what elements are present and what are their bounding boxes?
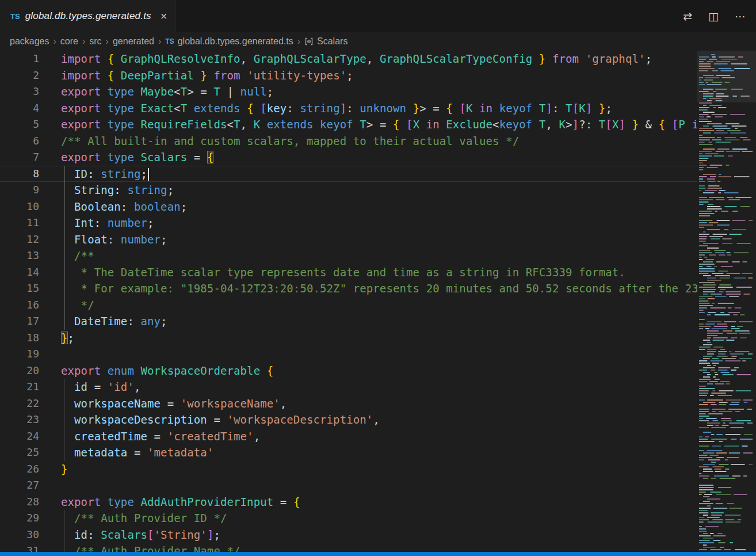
code-text: export enum WorkspaceOrderable { — [39, 363, 273, 379]
code-line-4[interactable]: 4export type Exact<T extends { [key: str… — [0, 100, 697, 117]
token: [ — [459, 102, 466, 115]
code-text: Float: number; — [39, 231, 167, 248]
code-line-9[interactable]: 9 String: string; — [0, 182, 697, 199]
breadcrumb-item-generated[interactable]: generated — [113, 36, 154, 47]
token: T — [532, 118, 545, 131]
code-line-27[interactable]: 27 — [0, 477, 697, 494]
line-number[interactable]: 26 — [0, 461, 39, 478]
breadcrumb-item-global-db-types-generated-ts[interactable]: TSglobal.db.types.generated.ts — [165, 36, 293, 47]
line-number[interactable]: 5 — [0, 116, 39, 133]
line-number[interactable]: 28 — [0, 494, 39, 511]
token: } — [599, 102, 606, 115]
token: * For example: "1985-04-12T23:20:50.52Z"… — [61, 282, 697, 295]
code-line-21[interactable]: 21 id = 'id', — [0, 379, 697, 395]
token: > = — [419, 102, 446, 115]
code-line-26[interactable]: 26} — [0, 461, 697, 478]
code-line-6[interactable]: 6/** All built-in and custom scalars, ma… — [0, 133, 697, 150]
code-line-20[interactable]: 20export enum WorkspaceOrderable { — [0, 363, 697, 379]
token — [406, 102, 413, 115]
code-line-29[interactable]: 29 /** Auth Provider ID */ — [0, 510, 697, 527]
split-editor-icon[interactable]: ◫ — [708, 11, 719, 22]
code-text: export type Scalars = { — [39, 149, 213, 166]
code-line-25[interactable]: 25 metadata = 'metadata' — [0, 444, 697, 461]
line-number[interactable]: 18 — [0, 330, 39, 346]
line-number[interactable]: 31 — [0, 543, 39, 552]
tab-global-db-types-generated-ts[interactable]: TS global.db.types.generated.ts × — [0, 0, 176, 32]
code-line-14[interactable]: 14 * The DateTime scalar type represents… — [0, 264, 697, 281]
line-number[interactable]: 2 — [0, 67, 39, 84]
breadcrumb-item-scalars[interactable]: Scalars — [304, 36, 348, 47]
token: { — [293, 496, 300, 508]
code-line-16[interactable]: 16 */ — [0, 297, 697, 314]
code-text: Int: number; — [39, 215, 154, 231]
line-number[interactable]: 13 — [0, 247, 39, 264]
token: : — [87, 167, 101, 180]
line-number[interactable]: 10 — [0, 199, 39, 215]
code-line-31[interactable]: 31 /** Auth Provider Name */ — [0, 543, 697, 552]
code-line-19[interactable]: 19 — [0, 346, 697, 363]
line-number[interactable]: 21 — [0, 379, 39, 395]
token: } — [413, 102, 420, 115]
code-line-30[interactable]: 30 id: Scalars['String']; — [0, 527, 697, 543]
open-changes-icon[interactable]: ⇄ — [683, 11, 692, 22]
indent-guide — [64, 543, 65, 552]
code-line-12[interactable]: 12 Float: number; — [0, 231, 697, 248]
minimap-slider[interactable] — [697, 51, 756, 102]
line-number[interactable]: 22 — [0, 395, 39, 412]
line-number[interactable]: 19 — [0, 346, 39, 363]
line-number[interactable]: 25 — [0, 444, 39, 461]
editor-actions: ⇄◫⋯ — [683, 0, 756, 32]
line-number[interactable]: 17 — [0, 313, 39, 330]
breadcrumb-item-packages[interactable]: packages — [10, 36, 49, 47]
line-number[interactable]: 7 — [0, 149, 39, 166]
line-number[interactable]: 9 — [0, 182, 39, 199]
line-number[interactable]: 14 — [0, 264, 39, 281]
breadcrumb-item-src[interactable]: src — [89, 36, 101, 47]
line-number[interactable]: 6 — [0, 133, 39, 150]
code-line-28[interactable]: 28export type AddAuthProviderInput = { — [0, 494, 697, 511]
minimap[interactable] — [697, 51, 756, 552]
line-number[interactable]: 12 — [0, 231, 39, 248]
code-line-2[interactable]: 2import { DeepPartial } from 'utility-ty… — [0, 67, 697, 84]
line-number[interactable]: 20 — [0, 363, 39, 379]
line-number[interactable]: 29 — [0, 510, 39, 527]
indent-guide — [64, 297, 65, 314]
code-line-1[interactable]: 1import { GraphQLResolveInfo, GraphQLSca… — [0, 51, 697, 67]
line-number[interactable]: 15 — [0, 280, 39, 297]
line-number[interactable]: 30 — [0, 527, 39, 543]
code-line-7[interactable]: 7export type Scalars = { — [0, 149, 697, 166]
token: AddAuthProviderInput — [134, 496, 273, 508]
code-line-13[interactable]: 13 /** — [0, 247, 697, 264]
line-number[interactable]: 27 — [0, 477, 39, 494]
code-line-10[interactable]: 10 Boolean: boolean; — [0, 199, 697, 215]
code-line-17[interactable]: 17 DateTime: any; — [0, 313, 697, 330]
line-number[interactable]: 16 — [0, 297, 39, 314]
line-number[interactable]: 23 — [0, 412, 39, 428]
code-line-24[interactable]: 24 createdTime = 'createdTime', — [0, 428, 697, 445]
code-text — [39, 477, 61, 494]
line-number[interactable]: 3 — [0, 83, 39, 100]
breadcrumb: packages›core›src›generated›TSglobal.db.… — [0, 32, 756, 51]
token: T — [566, 102, 572, 115]
more-actions-icon[interactable]: ⋯ — [735, 11, 746, 22]
token: import — [61, 69, 101, 82]
token: enum — [101, 364, 134, 377]
line-number[interactable]: 4 — [0, 100, 39, 117]
code-line-5[interactable]: 5export type RequireFields<T, K extends … — [0, 116, 697, 133]
token: type — [101, 118, 134, 131]
line-number[interactable]: 1 — [0, 51, 39, 67]
code-line-8[interactable]: 8 ID: string; — [0, 166, 697, 182]
code-line-15[interactable]: 15 * For example: "1985-04-12T23:20:50.5… — [0, 280, 697, 297]
code-lines: 1import { GraphQLResolveInfo, GraphQLSca… — [0, 51, 697, 552]
line-number[interactable]: 11 — [0, 215, 39, 231]
code-line-18[interactable]: 18}; — [0, 330, 697, 346]
close-tab-icon[interactable]: × — [161, 10, 167, 22]
code-text: /** Auth Provider Name */ — [39, 543, 240, 552]
line-number[interactable]: 24 — [0, 428, 39, 445]
line-number[interactable]: 8 — [0, 166, 39, 182]
code-line-23[interactable]: 23 workspaceDescription = 'workspaceDesc… — [0, 412, 697, 428]
code-line-22[interactable]: 22 workspaceName = 'workspaceName', — [0, 395, 697, 412]
code-line-3[interactable]: 3export type Maybe<T> = T | null; — [0, 83, 697, 100]
breadcrumb-item-core[interactable]: core — [60, 36, 78, 47]
code-line-11[interactable]: 11 Int: number; — [0, 215, 697, 231]
